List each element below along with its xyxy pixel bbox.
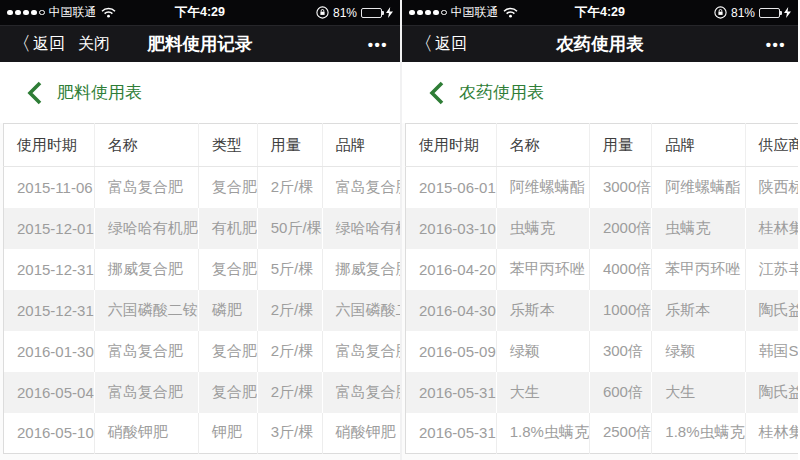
table-cell: 2015-12-31 [4,249,95,290]
more-menu-button[interactable]: ••• [368,36,388,53]
table-cell: 3斤/棵 [257,413,322,454]
table-cell: 绿哈哈有机肥 [94,208,198,249]
column-header: 使用时期 [406,124,497,167]
table-row: 2016-01-30富岛复合肥复合肥2斤/棵富岛复合肥 [4,331,401,372]
back-chevron-icon [429,81,444,105]
orientation-lock-icon [316,6,329,19]
nav-back-button[interactable]: 〈 返回 [12,34,65,55]
table-cell: 桂林集琦 [745,413,798,454]
table-cell: 苯甲丙环唑 [496,249,589,290]
table-row: 2016-05-09绿颖300倍绿颖韩国SK [406,331,799,372]
table-cell: 2016-03-10 [406,208,497,249]
table-cell: 复合肥 [198,331,257,372]
nav-back-button[interactable]: 〈 返回 [414,34,467,55]
table-cell: 2000倍 [589,208,651,249]
table-row: 2015-11-06富岛复合肥复合肥2斤/棵富岛复合肥 [4,167,401,208]
page-back-button[interactable] [429,81,444,105]
table-row: 2016-05-10硝酸钾肥钾肥3斤/棵硝酸钾肥 [4,413,401,454]
signal-strength-icon [7,10,45,16]
table-row: 2016-04-30乐斯本1000倍乐斯本陶氏益农 [406,290,799,331]
table-cell: 复合肥 [198,167,257,208]
nav-bar: 〈 返回 农药使用表 ••• [402,25,798,62]
column-header: 品牌 [322,124,400,167]
table-row: 2016-05-31大生600倍大生陶氏益农 [406,372,799,413]
table-cell: 大生 [652,372,745,413]
table-header-row: 使用时期名称用量品牌供应商 [406,124,799,167]
table-cell: 2500倍 [589,413,651,454]
table-row: 2015-12-31六国磷酸二铵磷肥2斤/棵六国磷酸二铵 [4,290,401,331]
back-chevron-icon: 〈 [12,34,31,53]
table-cell: 2斤/棵 [257,331,322,372]
signal-strength-icon [409,10,447,16]
wifi-icon [101,7,116,18]
table-cell: 硝酸钾肥 [94,413,198,454]
back-chevron-icon: 〈 [414,34,433,53]
table-cell: 阿维螺螨酯 [652,167,745,208]
screen-fertilizer: 中国联通 下午4:29 81% [0,0,400,460]
column-header: 类型 [198,124,257,167]
page-back-button[interactable] [27,81,42,105]
table-row: 2016-04-20苯甲丙环唑4000倍苯甲丙环唑江苏丰登 [406,249,799,290]
table-cell: 富岛复合肥 [322,372,400,413]
table-cell: 绿颖 [496,331,589,372]
back-chevron-icon [27,81,42,105]
table-cell: 钾肥 [198,413,257,454]
table-row: 2016-05-311.8%虫螨克2500倍1.8%虫螨克桂林集琦 [406,413,799,454]
battery-icon [361,8,382,18]
dual-screenshot-container: 中国联通 下午4:29 81% [0,0,800,460]
table-cell: 陶氏益农 [745,372,798,413]
table-row: 2016-03-10虫螨克2000倍虫螨克桂林集琦 [406,208,799,249]
table-cell: 阿维螺螨酯 [496,167,589,208]
column-header: 使用时期 [4,124,95,167]
table-cell: 2斤/棵 [257,290,322,331]
nav-close-button[interactable]: 关闭 [78,34,110,55]
nav-title: 农药使用表 [556,32,644,56]
table-cell: 虫螨克 [652,208,745,249]
table-cell: 韩国SK [745,331,798,372]
table-cell: 50斤/棵 [257,208,322,249]
table-cell: 2016-05-04 [4,372,95,413]
clock-label: 下午4:29 [175,4,225,21]
table-cell: 江苏丰登 [745,249,798,290]
table-cell: 2016-05-31 [406,372,497,413]
table-cell: 2016-05-31 [406,413,497,454]
table-cell: 虫螨克 [496,208,589,249]
table-cell: 绿哈哈有机肥 [322,208,400,249]
table-cell: 2斤/棵 [257,372,322,413]
table-cell: 苯甲丙环唑 [652,249,745,290]
charging-bolt-icon [386,7,393,18]
table-cell: 乐斯本 [496,290,589,331]
table-cell: 六国磷酸二铵 [94,290,198,331]
more-menu-button[interactable]: ••• [766,36,786,53]
column-header: 用量 [257,124,322,167]
table-cell: 2016-01-30 [4,331,95,372]
pesticide-table: 使用时期名称用量品牌供应商 2015-06-01阿维螺螨酯3000倍阿维螺螨酯陕… [405,123,798,454]
table-cell: 2016-05-10 [4,413,95,454]
page-title: 农药使用表 [459,81,544,104]
table-cell: 乐斯本 [652,290,745,331]
table-cell: 3000倍 [589,167,651,208]
table-header-row: 使用时期名称类型用量品牌 [4,124,401,167]
nav-bar: 〈 返回 关闭 肥料使用记录 ••• [0,25,400,62]
table-cell: 富岛复合肥 [94,372,198,413]
screen-pesticide: 中国联通 下午4:29 81% [400,0,798,460]
table-cell: 2015-12-01 [4,208,95,249]
table-cell: 桂林集琦 [745,208,798,249]
carrier-label: 中国联通 [451,4,499,21]
table-cell: 600倍 [589,372,651,413]
table-cell: 富岛复合肥 [322,167,400,208]
table-cell: 复合肥 [198,372,257,413]
table-cell: 挪威复合肥 [322,249,400,290]
table-cell: 2016-05-09 [406,331,497,372]
table-cell: 磷肥 [198,290,257,331]
table-cell: 1.8%虫螨克 [652,413,745,454]
orientation-lock-icon [714,6,727,19]
table-cell: 1.8%虫螨克 [496,413,589,454]
table-cell: 富岛复合肥 [94,167,198,208]
table-cell: 2016-04-30 [406,290,497,331]
status-bar: 中国联通 下午4:29 81% [402,0,798,25]
table-cell: 复合肥 [198,249,257,290]
page-header: 农药使用表 [402,62,798,123]
table-cell: 陶氏益农 [745,290,798,331]
table-cell: 有机肥 [198,208,257,249]
